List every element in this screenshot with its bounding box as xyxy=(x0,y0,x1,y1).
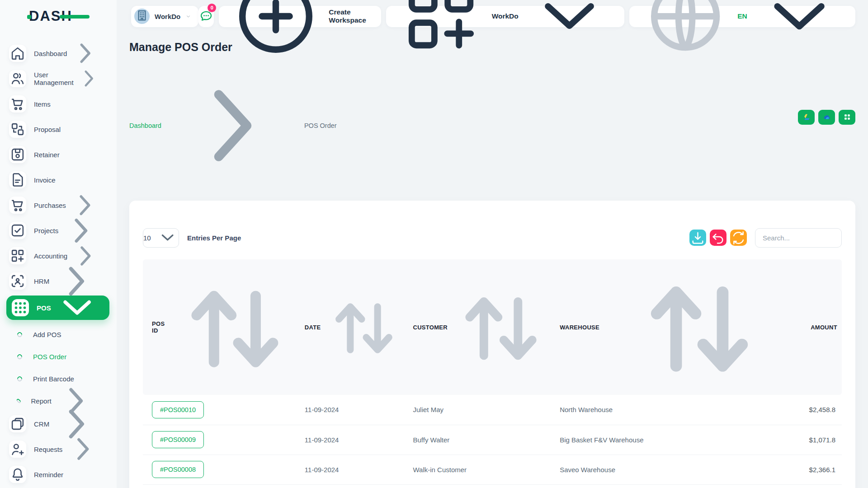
column-header-warehouse[interactable]: WAREHOUSE xyxy=(555,259,772,395)
file-icon xyxy=(9,171,26,188)
sidebar-item-label: CRM xyxy=(34,420,49,428)
sidebar-item-label: HRM xyxy=(34,277,49,285)
workspace-selector[interactable]: WorkDo xyxy=(131,6,198,27)
page-heading-block: Manage POS Order Dashboard POS Order xyxy=(129,41,337,193)
export-download-button[interactable] xyxy=(689,230,706,246)
toolbar-left: 10 Entries Per Page xyxy=(143,228,241,248)
sidebar-subitem-label: Report xyxy=(31,397,52,405)
breadcrumb-dashboard-link[interactable]: Dashboard xyxy=(129,122,161,129)
table-body: #POS0001011-09-2024Juliet MayNorth Wareh… xyxy=(143,395,842,488)
grid-plus-icon xyxy=(9,247,26,264)
table-toolbar: 10 Entries Per Page xyxy=(143,228,842,248)
users-icon xyxy=(9,70,26,87)
cell-warehouse: North Warehouse xyxy=(555,484,772,488)
column-label: POS ID xyxy=(152,320,170,334)
sort-icon xyxy=(324,287,404,367)
logo-area: DASH xyxy=(0,0,117,33)
pos-order-table: POS IDDATECUSTOMERWAREHOUSEAMOUNT #POS00… xyxy=(143,259,842,488)
cart-icon xyxy=(9,95,26,113)
table-header: POS IDDATECUSTOMERWAREHOUSEAMOUNT xyxy=(143,259,842,395)
sidebar-item-retainer[interactable]: Retainer xyxy=(9,144,108,165)
sidebar-item-pos[interactable]: POS xyxy=(6,296,109,320)
workdo-menu-button[interactable]: WorkDo xyxy=(386,6,624,27)
user-plus-icon xyxy=(9,441,26,458)
sidebar-item-label: Dashboard xyxy=(34,50,67,57)
cell-amount: $1,247.5 xyxy=(772,484,842,488)
sidebar: DashboardUser ManagementItemsProposalRet… xyxy=(0,33,117,488)
sidebar-subitem-pos-order[interactable]: POS Order xyxy=(9,347,108,366)
sidebar-item-label: Reminder xyxy=(34,471,63,479)
column-label: AMOUNT xyxy=(811,324,837,331)
header-action-onedrive[interactable] xyxy=(818,110,835,125)
search-input[interactable] xyxy=(755,228,842,248)
sort-icon xyxy=(174,267,296,388)
undo-icon xyxy=(710,230,726,246)
cell-warehouse: North Warehouse xyxy=(555,395,772,425)
entries-per-page-select[interactable]: 10 xyxy=(143,228,179,248)
cell-amount: $2,366.1 xyxy=(772,455,842,484)
column-header-date[interactable]: DATE xyxy=(300,259,409,395)
sidebar-item-label: Retainer xyxy=(34,151,60,159)
copy-icon xyxy=(9,415,26,432)
cell-date: 11-09-2024 xyxy=(300,395,409,425)
chevron-right-icon xyxy=(74,63,104,94)
messages-badge: 0 xyxy=(208,4,216,12)
column-label: CUSTOMER xyxy=(413,324,448,331)
create-workspace-button[interactable]: Create Workspace xyxy=(219,6,381,27)
column-header-customer[interactable]: CUSTOMER xyxy=(408,259,555,395)
sidebar-item-items[interactable]: Items xyxy=(9,93,108,115)
sidebar-item-proposal[interactable]: Proposal xyxy=(9,118,108,140)
column-label: WAREHOUSE xyxy=(560,324,599,331)
toolbar-right xyxy=(689,228,842,248)
main-content: Manage POS Order Dashboard POS Order 10 … xyxy=(117,33,868,488)
cell-amount: $2,458.8 xyxy=(772,395,842,425)
column-header-inner: CUSTOMER xyxy=(413,277,551,377)
onedrive-icon xyxy=(822,113,831,122)
header-action-grid[interactable] xyxy=(839,110,855,125)
language-selector[interactable]: EN xyxy=(629,6,855,27)
undo-button[interactable] xyxy=(710,230,726,246)
bullet-icon xyxy=(16,398,21,404)
topbar-right: 0 Create Workspace WorkDo EN xyxy=(198,6,855,27)
column-header-amount[interactable]: AMOUNT xyxy=(772,259,842,395)
pos-id-badge[interactable]: #POS00008 xyxy=(152,461,204,478)
entries-label: Entries Per Page xyxy=(187,234,241,242)
check-square-icon xyxy=(9,222,26,239)
dots-grid-icon xyxy=(12,299,29,316)
messages-button[interactable]: 0 xyxy=(198,6,214,27)
topbar: WorkDo 0 Create Workspace WorkDo EN xyxy=(117,0,868,33)
cell-customer: Juliet May xyxy=(408,395,555,425)
sidebar-item-user-management[interactable]: User Management xyxy=(9,68,108,89)
cell-pos-id: #POS00008 xyxy=(143,455,300,484)
grid-icon xyxy=(843,113,852,122)
refresh-icon xyxy=(730,230,747,246)
entries-value: 10 xyxy=(143,234,151,242)
app-logo[interactable]: DASH xyxy=(29,8,72,24)
google-drive-icon xyxy=(802,113,811,122)
sidebar-item-dashboard[interactable]: Dashboard xyxy=(9,42,108,64)
bullet-icon xyxy=(16,331,24,338)
sort-icon xyxy=(451,277,551,377)
logo-text: DASH xyxy=(29,8,72,24)
column-header-inner: WAREHOUSE xyxy=(560,259,767,395)
column-label: DATE xyxy=(305,324,321,331)
breadcrumb-current: POS Order xyxy=(304,122,337,129)
refresh-button[interactable] xyxy=(730,230,747,246)
chevron-down-icon xyxy=(156,226,179,249)
column-header-inner: AMOUNT xyxy=(776,324,837,331)
column-header-inner: DATE xyxy=(305,287,404,367)
cell-pos-id: #POS00009 xyxy=(143,425,300,455)
chevron-down-icon xyxy=(185,14,191,19)
sidebar-nav: DashboardUser ManagementItemsProposalRet… xyxy=(0,42,117,485)
save-icon xyxy=(9,146,26,163)
cell-warehouse: Big Basket F&V Warehouse xyxy=(555,425,772,455)
home-icon xyxy=(9,45,26,62)
column-header-pos-id[interactable]: POS ID xyxy=(143,259,300,395)
chevron-down-icon xyxy=(51,282,103,333)
pos-id-badge[interactable]: #POS00009 xyxy=(152,431,204,448)
sidebar-item-label: Proposal xyxy=(34,126,61,133)
pos-id-badge[interactable]: #POS00010 xyxy=(152,401,204,418)
create-workspace-label: Create Workspace xyxy=(329,8,373,24)
bullet-icon xyxy=(16,353,24,360)
header-action-google-drive[interactable] xyxy=(798,110,815,125)
